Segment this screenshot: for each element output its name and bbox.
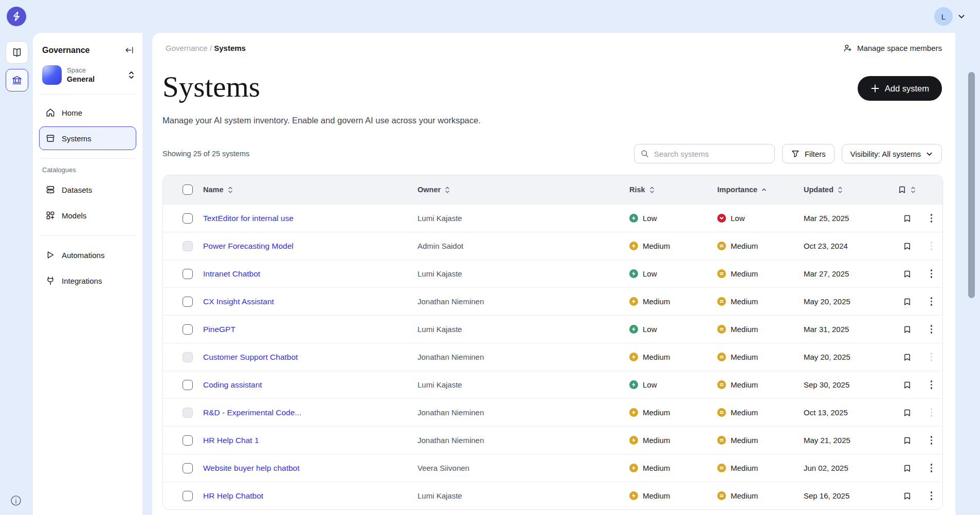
- row-bookmark-button[interactable]: [894, 464, 920, 473]
- sort-asc-icon: [761, 187, 767, 193]
- knowledge-library-button[interactable]: [6, 41, 28, 64]
- row-bookmark-button[interactable]: [894, 214, 920, 223]
- row-menu-button[interactable]: [927, 462, 937, 474]
- table-row: Customer Support Chatbot Jonathan Niemin…: [163, 343, 942, 371]
- breadcrumb-parent[interactable]: Governance: [166, 44, 208, 52]
- row-checkbox[interactable]: [183, 435, 193, 446]
- table-row: Intranet Chatbot Lumi Kajaste Low Medium…: [163, 260, 942, 287]
- table-header-row: Name Owner Risk Importance: [163, 175, 942, 204]
- user-avatar[interactable]: L: [934, 7, 953, 26]
- system-name-link[interactable]: Intranet Chatbot: [203, 269, 260, 278]
- row-menu-button[interactable]: [927, 267, 937, 280]
- sidebar-item-models[interactable]: Models: [39, 204, 136, 227]
- row-bookmark-button[interactable]: [894, 242, 920, 251]
- risk-badge-icon: [629, 214, 638, 223]
- system-name-link[interactable]: Website buyer help chatbot: [203, 464, 300, 472]
- row-checkbox[interactable]: [183, 269, 193, 279]
- system-name-link[interactable]: R&D - Experimental Code...: [203, 408, 301, 417]
- row-bookmark-button[interactable]: [894, 297, 920, 306]
- visibility-dropdown[interactable]: Visibility: All systems: [842, 144, 942, 163]
- row-menu-button[interactable]: [927, 351, 937, 363]
- importance-cell: Medium: [717, 325, 804, 334]
- bookmark-icon: [903, 214, 912, 223]
- sidebar-item-datasets[interactable]: Datasets: [39, 178, 136, 201]
- row-bookmark-button[interactable]: [894, 325, 920, 334]
- table-row: Coding assistant Lumi Kajaste Low Medium…: [163, 371, 942, 398]
- row-checkbox[interactable]: [183, 408, 193, 418]
- row-bookmark-button[interactable]: [894, 436, 920, 445]
- importance-label: Medium: [731, 325, 758, 334]
- search-input[interactable]: [634, 144, 775, 163]
- sidebar-title: Governance: [42, 46, 89, 55]
- top-bar: L: [0, 0, 980, 33]
- row-checkbox[interactable]: [183, 324, 193, 335]
- row-checkbox[interactable]: [183, 380, 193, 390]
- page-scrollbar[interactable]: [968, 72, 975, 298]
- row-bookmark-button[interactable]: [894, 408, 920, 417]
- governance-button[interactable]: [6, 69, 28, 91]
- row-bookmark-button[interactable]: [894, 380, 920, 390]
- system-name-link[interactable]: HR Help Chatbot: [203, 491, 263, 500]
- result-count: Showing 25 of 25 systems: [162, 150, 249, 158]
- account-chevron-down-icon[interactable]: [957, 12, 966, 21]
- row-bookmark-button[interactable]: [894, 269, 920, 279]
- app-logo[interactable]: [7, 7, 26, 26]
- row-bookmark-button[interactable]: [894, 353, 920, 362]
- table-row: R&D - Experimental Code... Jonathan Niem…: [163, 398, 942, 426]
- row-menu-button[interactable]: [927, 434, 937, 447]
- row-checkbox[interactable]: [183, 241, 193, 251]
- space-selector[interactable]: Space General: [33, 64, 142, 94]
- importance-badge-icon: [717, 242, 726, 250]
- importance-label: Low: [731, 214, 745, 223]
- column-header-bookmark[interactable]: [894, 185, 920, 194]
- row-menu-button[interactable]: [927, 295, 937, 308]
- system-name-link[interactable]: CX Insight Assistant: [203, 297, 274, 306]
- sidebar-item-home[interactable]: Home: [39, 101, 136, 124]
- system-name-link[interactable]: Power Forecasting Model: [203, 242, 294, 250]
- collapse-sidebar-icon[interactable]: [124, 45, 134, 55]
- row-checkbox[interactable]: [183, 352, 193, 362]
- column-header-risk[interactable]: Risk: [629, 186, 717, 194]
- row-checkbox[interactable]: [183, 213, 193, 224]
- importance-cell: Medium: [717, 269, 804, 278]
- space-icon: [42, 65, 62, 85]
- select-all-checkbox[interactable]: [183, 185, 193, 195]
- row-menu-button[interactable]: [927, 240, 937, 252]
- sidebar-item-integrations[interactable]: Integrations: [39, 269, 136, 292]
- system-name-link[interactable]: Customer Support Chatbot: [203, 353, 298, 361]
- row-checkbox[interactable]: [183, 491, 193, 501]
- owner-cell: Lumi Kajaste: [418, 269, 629, 278]
- column-header-updated[interactable]: Updated: [804, 186, 894, 194]
- owner-cell: Jonathan Nieminen: [418, 353, 629, 361]
- system-name-link[interactable]: HR Help Chat 1: [203, 436, 259, 445]
- systems-icon: [45, 133, 56, 143]
- row-menu-button[interactable]: [927, 212, 937, 225]
- sidebar-item-systems[interactable]: Systems: [39, 126, 136, 150]
- add-system-button[interactable]: Add system: [858, 76, 942, 101]
- row-bookmark-button[interactable]: [894, 491, 920, 501]
- column-header-name[interactable]: Name: [203, 186, 418, 194]
- column-header-owner[interactable]: Owner: [418, 186, 629, 194]
- filters-button[interactable]: Filters: [782, 144, 834, 163]
- system-name-link[interactable]: TextEditor for internal use: [203, 214, 294, 223]
- row-checkbox[interactable]: [183, 463, 193, 473]
- importance-badge-icon: [717, 325, 726, 334]
- importance-label: Medium: [731, 380, 758, 389]
- row-menu-button[interactable]: [927, 323, 937, 336]
- row-menu-button[interactable]: [927, 406, 937, 419]
- sidebar-item-automations[interactable]: Automations: [39, 243, 136, 267]
- sidebar-item-label: Automations: [62, 251, 104, 260]
- system-name-link[interactable]: PineGPT: [203, 325, 235, 334]
- column-header-importance[interactable]: Importance: [717, 186, 804, 194]
- row-menu-button[interactable]: [927, 378, 937, 391]
- table-row: TextEditor for internal use Lumi Kajaste…: [163, 204, 942, 232]
- datasets-icon: [45, 185, 56, 195]
- risk-badge-icon: [629, 242, 638, 250]
- row-checkbox[interactable]: [183, 297, 193, 307]
- manage-space-members-button[interactable]: Manage space members: [843, 43, 942, 53]
- row-menu-button[interactable]: [927, 489, 937, 502]
- table-body: TextEditor for internal use Lumi Kajaste…: [163, 204, 942, 509]
- risk-cell: Medium: [629, 242, 717, 250]
- info-icon[interactable]: [10, 494, 22, 507]
- system-name-link[interactable]: Coding assistant: [203, 380, 262, 389]
